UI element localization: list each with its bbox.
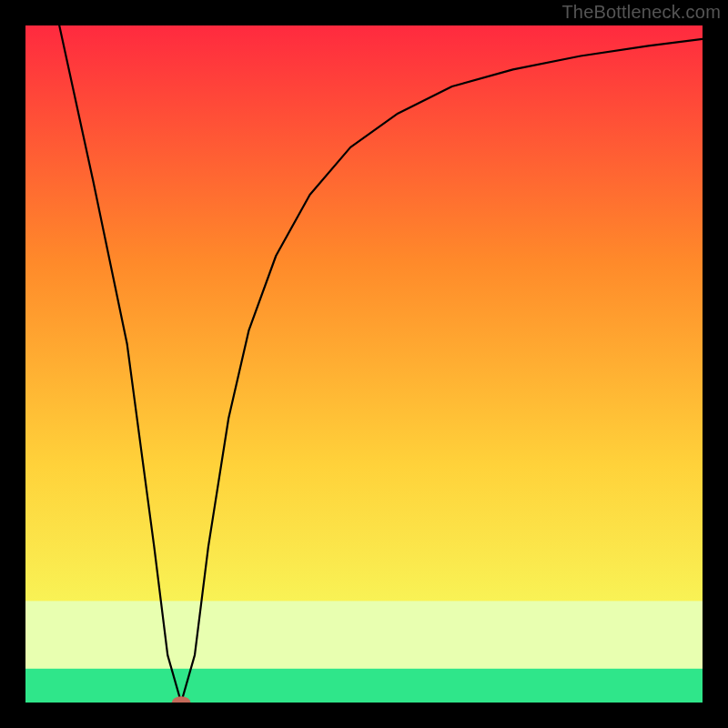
watermark-text: TheBottleneck.com	[561, 2, 721, 23]
plot-svg	[25, 25, 703, 703]
chart-container: TheBottleneck.com	[0, 0, 728, 728]
green-band	[25, 669, 703, 703]
plot-area	[25, 25, 703, 703]
